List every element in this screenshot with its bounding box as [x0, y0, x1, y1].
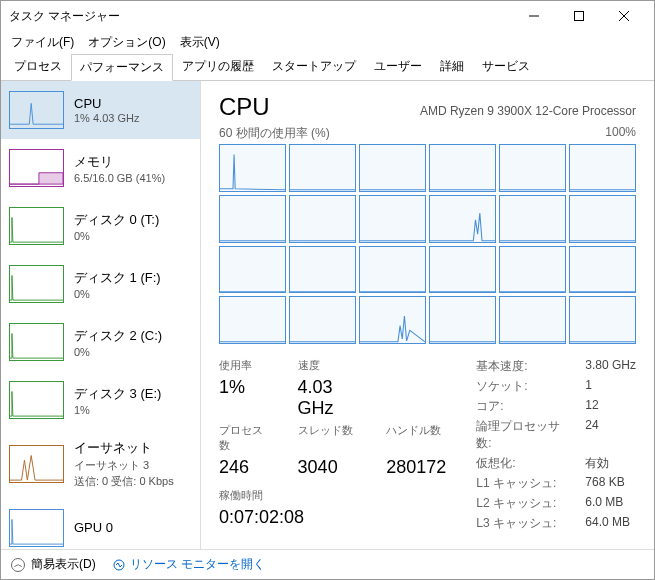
- page-title: CPU: [219, 93, 270, 121]
- thumb-icon: [9, 445, 64, 483]
- footer: ︿ 簡易表示(D) リソース モニターを開く: [1, 549, 654, 579]
- cpu-core-20: [359, 296, 426, 344]
- sidebar-item-5[interactable]: ディスク 3 (E:)1%: [1, 371, 200, 429]
- sidebar-item-6[interactable]: イーサネットイーサネット 3送信: 0 受信: 0 Kbps: [1, 429, 200, 499]
- sidebar-item-0[interactable]: CPU1% 4.03 GHz: [1, 81, 200, 139]
- spec-value: 3.80 GHz: [585, 358, 636, 375]
- cpu-core-grid: [219, 144, 636, 344]
- window-controls: [511, 1, 646, 31]
- svg-rect-9: [570, 145, 635, 191]
- minimize-button[interactable]: [511, 1, 556, 31]
- tab-4[interactable]: ユーザー: [365, 53, 431, 80]
- titlebar: タスク マネージャー: [1, 1, 654, 31]
- uptime-label: 稼働時間: [219, 488, 446, 503]
- close-button[interactable]: [601, 1, 646, 31]
- spec-value: 有効: [585, 455, 636, 472]
- stat-value: 3040: [298, 457, 363, 478]
- sidebar-item-sub: 0%: [74, 346, 162, 358]
- svg-rect-8: [500, 145, 565, 191]
- svg-rect-5: [290, 145, 355, 191]
- menu-view[interactable]: 表示(V): [174, 32, 226, 53]
- sidebar-item-label: ディスク 0 (T:): [74, 211, 159, 229]
- spec-label: L3 キャッシュ:: [476, 515, 567, 532]
- spec-value: 24: [585, 418, 636, 452]
- svg-rect-26: [500, 297, 565, 343]
- stat-label: プロセス数: [219, 423, 274, 453]
- spec-value: 12: [585, 398, 636, 415]
- window-title: タスク マネージャー: [9, 8, 511, 25]
- menu-options[interactable]: オプション(O): [82, 32, 171, 53]
- cpu-core-1: [289, 144, 356, 192]
- stat-value: 280172: [386, 457, 446, 478]
- thumb-icon: [9, 323, 64, 361]
- thumb-icon: [9, 509, 64, 547]
- cpu-core-8: [359, 195, 426, 243]
- spec-value: 64.0 MB: [585, 515, 636, 532]
- stat-label: 使用率: [219, 358, 274, 373]
- sidebar-item-label: メモリ: [74, 153, 165, 171]
- tab-1[interactable]: パフォーマンス: [71, 54, 173, 81]
- cpu-core-12: [219, 246, 286, 294]
- sidebar-item-sub: 1% 4.03 GHz: [74, 112, 139, 124]
- sidebar-item-7[interactable]: GPU 0: [1, 499, 200, 549]
- tab-5[interactable]: 詳細: [431, 53, 473, 80]
- sidebar-item-4[interactable]: ディスク 2 (C:)0%: [1, 313, 200, 371]
- sidebar-item-1[interactable]: メモリ6.5/16.0 GB (41%): [1, 139, 200, 197]
- sidebar-item-label: ディスク 1 (F:): [74, 269, 161, 287]
- svg-rect-20: [500, 247, 565, 293]
- svg-rect-6: [360, 145, 425, 191]
- svg-rect-7: [430, 145, 495, 191]
- cpu-core-14: [359, 246, 426, 294]
- menubar: ファイル(F) オプション(O) 表示(V): [1, 31, 654, 53]
- maximize-button[interactable]: [556, 1, 601, 31]
- resource-monitor-link[interactable]: リソース モニターを開く: [112, 556, 265, 573]
- stats-left: 使用率1%速度4.03 GHzプロセス数246スレッド数3040ハンドル数280…: [219, 358, 446, 532]
- fewer-details-button[interactable]: ︿ 簡易表示(D): [11, 556, 96, 573]
- sidebar[interactable]: CPU1% 4.03 GHzメモリ6.5/16.0 GB (41%)ディスク 0…: [1, 81, 201, 549]
- sidebar-item-label: GPU 0: [74, 520, 113, 535]
- sidebar-item-label: ディスク 2 (C:): [74, 327, 162, 345]
- uptime-value: 0:07:02:08: [219, 507, 446, 528]
- spec-value: 768 KB: [585, 475, 636, 492]
- cpu-core-10: [499, 195, 566, 243]
- stat-value: 246: [219, 457, 274, 478]
- svg-rect-24: [360, 297, 425, 343]
- sidebar-item-3[interactable]: ディスク 1 (F:)0%: [1, 255, 200, 313]
- spec-value: 6.0 MB: [585, 495, 636, 512]
- spec-label: L2 キャッシュ:: [476, 495, 567, 512]
- cpu-core-16: [499, 246, 566, 294]
- tab-3[interactable]: スタートアップ: [263, 53, 365, 80]
- svg-rect-19: [430, 247, 495, 293]
- thumb-icon: [9, 207, 64, 245]
- spec-label: 基本速度:: [476, 358, 567, 375]
- svg-rect-16: [220, 247, 285, 293]
- svg-rect-10: [220, 196, 285, 242]
- menu-file[interactable]: ファイル(F): [5, 32, 80, 53]
- tab-0[interactable]: プロセス: [5, 53, 71, 80]
- stat-value: 1%: [219, 377, 274, 419]
- sidebar-item-sub: 0%: [74, 230, 159, 242]
- stat-value: 4.03 GHz: [298, 377, 363, 419]
- stats-right: 基本速度:3.80 GHzソケット:1コア:12論理プロセッサ数:24仮想化:有…: [476, 358, 636, 532]
- svg-rect-18: [360, 247, 425, 293]
- svg-rect-22: [220, 297, 285, 343]
- sidebar-item-2[interactable]: ディスク 0 (T:)0%: [1, 197, 200, 255]
- thumb-icon: [9, 265, 64, 303]
- sidebar-item-label: イーサネット: [74, 439, 174, 457]
- stat-label: 速度: [298, 358, 363, 373]
- sidebar-item-label: ディスク 3 (E:): [74, 385, 161, 403]
- svg-rect-21: [570, 247, 635, 293]
- cpu-core-3: [429, 144, 496, 192]
- monitor-icon: [112, 558, 126, 572]
- cpu-core-2: [359, 144, 426, 192]
- tab-strip: プロセスパフォーマンスアプリの履歴スタートアップユーザー詳細サービス: [1, 53, 654, 81]
- tab-2[interactable]: アプリの履歴: [173, 53, 263, 80]
- spec-label: ソケット:: [476, 378, 567, 395]
- tab-6[interactable]: サービス: [473, 53, 539, 80]
- cpu-core-15: [429, 246, 496, 294]
- svg-rect-17: [290, 247, 355, 293]
- cpu-core-4: [499, 144, 566, 192]
- cpu-core-9: [429, 195, 496, 243]
- svg-rect-15: [570, 196, 635, 242]
- stat-label: スレッド数: [298, 423, 363, 453]
